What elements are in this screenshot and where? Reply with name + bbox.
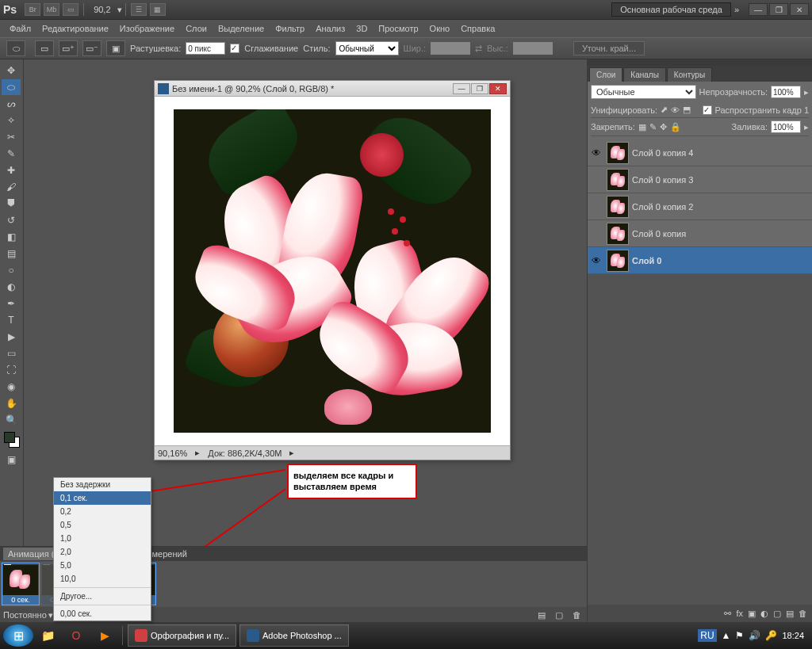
refine-edge-button[interactable]: Уточн. край... <box>573 41 645 55</box>
stamp-tool[interactable]: ⛊ <box>2 196 21 212</box>
screen-mode-icon[interactable]: ▭ <box>63 3 79 16</box>
menu-filter[interactable]: Фильтр <box>270 22 309 35</box>
layer-thumbnail[interactable] <box>607 250 629 272</box>
document-titlebar[interactable]: Без имени-1 @ 90,2% (Слой 0, RGB/8) * — … <box>155 81 510 97</box>
layer-name[interactable]: Слой 0 копия 2 <box>632 202 693 212</box>
opacity-arrow-icon[interactable]: ▸ <box>804 87 809 97</box>
lock-pixels-icon[interactable]: ✎ <box>649 122 657 132</box>
animation-frame[interactable]: 1 0 сек. <box>2 563 40 605</box>
tray-action-icon[interactable]: 🔑 <box>765 630 777 641</box>
layer-visibility-icon[interactable]: 👁 <box>589 255 603 266</box>
arrange-icon[interactable]: ☰ <box>131 3 147 16</box>
duplicate-frame-button[interactable]: ▢ <box>552 609 566 621</box>
delete-layer-icon[interactable]: 🗑 <box>799 609 807 618</box>
quickmask-tool[interactable]: ▣ <box>2 452 21 468</box>
delay-item-01[interactable]: 0,1 сек. <box>54 491 151 505</box>
layer-mask-icon[interactable]: ▣ <box>748 609 756 619</box>
menu-file[interactable]: Файл <box>5 22 36 35</box>
layer-name[interactable]: Слой 0 копия 4 <box>632 148 693 158</box>
layer-row[interactable]: Слой 0 копия 3 <box>588 166 812 193</box>
style-select[interactable]: Обычный <box>335 41 399 55</box>
unify-position-icon[interactable]: ⬈ <box>661 105 668 115</box>
tab-layers[interactable]: Слои <box>589 67 622 82</box>
selection-add-icon[interactable]: ▭⁺ <box>59 40 78 56</box>
delete-frame-button[interactable]: 🗑 <box>569 609 584 621</box>
lock-all-icon[interactable]: 🔒 <box>670 122 681 132</box>
lasso-tool[interactable]: ᔕ <box>2 96 21 112</box>
layer-row[interactable]: Слой 0 копия 2 <box>588 193 812 220</box>
width-input[interactable] <box>431 42 470 55</box>
layer-row[interactable]: Слой 0 копия <box>588 220 812 247</box>
dodge-tool[interactable]: ◐ <box>2 279 21 295</box>
height-input[interactable] <box>513 42 553 55</box>
fill-input[interactable] <box>771 120 801 133</box>
path-select-tool[interactable]: ▶ <box>2 329 21 345</box>
eyedropper-tool[interactable]: ✎ <box>2 146 21 162</box>
layer-style-icon[interactable]: fx <box>736 609 743 618</box>
delay-item-50[interactable]: 5,0 <box>54 559 151 572</box>
layer-thumbnail[interactable] <box>607 223 629 245</box>
extras-icon[interactable]: ▦ <box>150 3 166 16</box>
layer-name[interactable]: Слой 0 копия 3 <box>632 175 693 185</box>
zoom-tool[interactable]: 🔍 <box>2 412 21 428</box>
marquee-tool[interactable]: ⬭ <box>2 79 21 95</box>
tab-channels[interactable]: Каналы <box>623 67 666 82</box>
tray-flag-icon[interactable]: ▲ <box>722 630 731 641</box>
menu-edit[interactable]: Редактирование <box>37 22 113 35</box>
workspace-button[interactable]: Основная рабочая среда <box>611 2 731 17</box>
menu-layer[interactable]: Слои <box>181 22 212 35</box>
doc-close-button[interactable]: ✕ <box>489 83 507 94</box>
document-canvas[interactable] <box>155 97 510 445</box>
convert-timeline-button[interactable]: ▤ <box>534 609 549 621</box>
link-layers-icon[interactable]: ⚯ <box>724 609 731 619</box>
layer-visibility-icon[interactable]: 👁 <box>589 147 603 158</box>
selection-intersect-icon[interactable]: ▣ <box>106 40 125 56</box>
start-button[interactable]: ⊞ <box>3 624 33 647</box>
layer-name[interactable]: Слой 0 копия <box>632 229 686 239</box>
taskbar-item[interactable]: Орфография и пу... <box>128 624 236 647</box>
hand-tool[interactable]: ✋ <box>2 395 21 411</box>
3d-camera-tool[interactable]: ◉ <box>2 379 21 395</box>
zoom-value[interactable]: 90,2 <box>94 5 110 14</box>
close-button[interactable]: ✕ <box>790 3 809 16</box>
selection-new-icon[interactable]: ▭ <box>35 40 54 56</box>
layer-row[interactable]: 👁 Слой 0 <box>588 247 812 274</box>
loop-select[interactable]: Постоянно <box>3 610 47 620</box>
brush-tool[interactable]: 🖌 <box>2 179 21 195</box>
delay-other[interactable]: Другое... <box>54 590 151 603</box>
delay-footer[interactable]: 0,00 сек. <box>54 607 151 620</box>
status-info-icon[interactable]: ▸ <box>195 448 200 458</box>
layer-thumbnail[interactable] <box>607 169 629 191</box>
bridge-icon[interactable]: Br <box>25 3 40 16</box>
menu-help[interactable]: Справка <box>456 22 500 35</box>
tab-paths[interactable]: Контуры <box>667 67 712 82</box>
pen-tool[interactable]: ✒ <box>2 296 21 311</box>
antialias-checkbox[interactable] <box>230 44 239 53</box>
unify-visibility-icon[interactable]: 👁 <box>671 105 680 115</box>
swap-wh-icon[interactable]: ⇄ <box>475 44 482 54</box>
delay-item-05[interactable]: 0,5 <box>54 518 151 532</box>
type-tool[interactable]: T <box>2 312 21 328</box>
maximize-button[interactable]: ❐ <box>769 3 788 16</box>
menu-select[interactable]: Выделение <box>213 22 269 35</box>
menu-view[interactable]: Просмотр <box>373 22 423 35</box>
taskbar-media-icon[interactable]: ▶ <box>92 624 117 647</box>
tray-volume-icon[interactable]: 🔊 <box>749 630 760 641</box>
blend-mode-select[interactable]: Обычные <box>591 85 696 99</box>
status-zoom[interactable]: 90,16% <box>158 449 187 458</box>
clock[interactable]: 18:24 <box>782 631 804 640</box>
adjustment-layer-icon[interactable]: ◐ <box>760 609 768 619</box>
workspace-more-icon[interactable]: » <box>734 5 739 14</box>
minibridge-icon[interactable]: Mb <box>44 3 59 16</box>
delay-item-10[interactable]: 1,0 <box>54 532 151 545</box>
eraser-tool[interactable]: ◧ <box>2 229 21 245</box>
gradient-tool[interactable]: ▤ <box>2 246 21 262</box>
blur-tool[interactable]: ○ <box>2 262 21 278</box>
tool-preset-icon[interactable]: ⬭ <box>6 40 25 56</box>
delay-header[interactable]: Без задержки <box>54 478 151 491</box>
zoom-dropdown-icon[interactable]: ▾ <box>117 5 122 15</box>
history-brush-tool[interactable]: ↺ <box>2 212 21 228</box>
layer-row[interactable]: 👁 Слой 0 копия 4 <box>588 139 812 166</box>
tray-network-icon[interactable]: ⚑ <box>735 630 744 641</box>
menu-image[interactable]: Изображение <box>115 22 179 35</box>
